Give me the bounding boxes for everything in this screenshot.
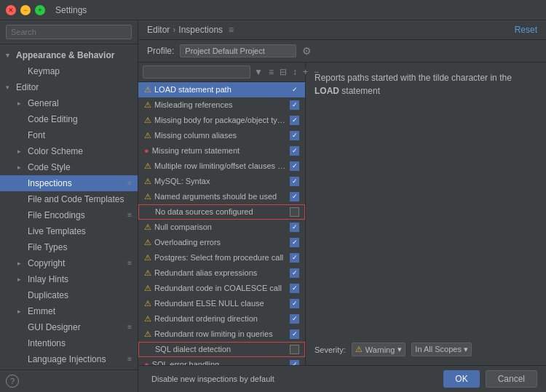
gear-icon[interactable]: ⚙ xyxy=(302,45,312,57)
warning-icon: ⚠ xyxy=(144,175,151,188)
inspection-checkbox[interactable] xyxy=(290,299,299,308)
sidebar-item-label: Duplicates xyxy=(28,289,68,302)
inspection-checkbox[interactable] xyxy=(290,85,299,95)
list-search-input[interactable] xyxy=(143,65,250,79)
sidebar-item-font[interactable]: Font xyxy=(0,127,138,143)
sidebar-item-inspections[interactable]: Inspections≡ xyxy=(0,175,138,191)
inspection-checkbox[interactable] xyxy=(290,284,299,293)
list-item[interactable]: ⚠Redundant row limiting in queries xyxy=(138,327,305,342)
sidebar-item-keymap[interactable]: Keymap xyxy=(0,63,138,79)
sort-button[interactable]: ↕ xyxy=(290,65,299,79)
scope-value: In All Scopes xyxy=(415,345,462,353)
inspection-checkbox[interactable] xyxy=(290,268,299,278)
inspection-checkbox[interactable] xyxy=(290,146,299,156)
list-item[interactable]: ⚠Redundant ELSE NULL clause xyxy=(138,296,305,311)
inspection-checkbox[interactable] xyxy=(290,314,299,324)
inspection-checkbox[interactable] xyxy=(290,192,299,201)
sidebar-item-file-types[interactable]: File Types xyxy=(0,239,138,255)
maximize-btn[interactable]: + xyxy=(35,5,45,15)
severity-value: Warning xyxy=(365,345,395,354)
inspection-checkbox[interactable] xyxy=(290,177,299,186)
sidebar-item-label: File Encodings xyxy=(28,209,85,222)
list-item[interactable]: ⚠Multiple row limiting/offset clauses in… xyxy=(138,159,305,174)
sidebar-item-emmet[interactable]: ▸Emmet xyxy=(0,303,138,319)
inspection-checkbox[interactable] xyxy=(290,360,299,365)
scope-select[interactable]: In All Scopes ▾ xyxy=(411,343,472,356)
close-btn[interactable]: ✕ xyxy=(6,5,16,15)
inspection-name: SQL dialect detection xyxy=(155,343,287,356)
profile-select[interactable]: Project Default Project xyxy=(180,44,296,57)
cancel-button[interactable]: Cancel xyxy=(486,370,537,388)
chevron-icon: ▾ xyxy=(6,49,13,62)
inspection-checkbox[interactable] xyxy=(290,131,299,140)
sidebar-item-label: Appearance & Behavior xyxy=(16,49,114,62)
ok-button[interactable]: OK xyxy=(443,370,479,388)
list-item[interactable]: ●SQL error handling xyxy=(138,357,305,365)
list-item[interactable]: ⚠Redundant code in COALESCE call xyxy=(138,281,305,296)
sidebar-item-appearance[interactable]: ▾Appearance & Behavior xyxy=(0,47,138,63)
sidebar-item-duplicates[interactable]: Duplicates xyxy=(0,287,138,303)
list-panel: ▼ ≡ ⊟ ↕ + − ⚠LOAD statement path⚠Mislead… xyxy=(138,63,306,365)
sidebar-item-gui-designer[interactable]: GUI Designer≡ xyxy=(0,319,138,335)
severity-dropdown-icon: ▾ xyxy=(397,345,402,354)
inspection-checkbox[interactable] xyxy=(290,238,299,247)
list-item[interactable]: ⚠Named arguments should be used xyxy=(138,189,305,204)
list-item[interactable]: ●Missing return statement xyxy=(138,143,305,159)
settings-dots-icon: ≡ xyxy=(127,321,132,334)
sidebar-item-code-style[interactable]: ▸Code Style xyxy=(0,159,138,175)
settings-dots-icon: ≡ xyxy=(127,257,132,270)
sidebar-item-file-encodings[interactable]: File Encodings≡ xyxy=(0,207,138,223)
inspection-checkbox[interactable] xyxy=(290,345,299,354)
list-item[interactable]: ⚠MySQL: Syntax xyxy=(138,174,305,189)
list-item[interactable]: ⚠Missing body for package/object type sp… xyxy=(138,113,305,128)
sidebar-search-input[interactable] xyxy=(6,25,132,39)
sidebar-item-label: Editor xyxy=(16,81,39,94)
filter-button[interactable]: ▼ xyxy=(252,65,265,79)
sidebar-item-live-templates[interactable]: Live Templates xyxy=(0,223,138,239)
sidebar-item-file-code-templates[interactable]: File and Code Templates xyxy=(0,191,138,207)
warning-icon: ⚠ xyxy=(144,99,151,111)
expand-all-button[interactable]: ≡ xyxy=(266,65,276,79)
inspection-checkbox[interactable] xyxy=(290,100,299,110)
list-item[interactable]: ⚠Redundant alias expressions xyxy=(138,265,305,281)
list-item[interactable]: SQL dialect detection xyxy=(138,342,305,357)
inspection-name: Missing body for package/object type spe… xyxy=(154,114,287,127)
inspection-checkbox[interactable] xyxy=(290,223,299,232)
sidebar-item-label: Color Scheme xyxy=(28,145,83,158)
inspection-checkbox[interactable] xyxy=(290,207,299,217)
inspection-name: Missing column aliases xyxy=(154,129,287,142)
warning-icon: ⚠ xyxy=(355,345,363,354)
inspection-checkbox[interactable] xyxy=(290,253,299,263)
minimize-btn[interactable]: − xyxy=(20,5,31,15)
severity-select[interactable]: ⚠ Warning ▾ xyxy=(352,343,406,356)
warning-icon: ⚠ xyxy=(144,236,151,249)
chevron-icon: ▸ xyxy=(17,305,25,318)
list-item[interactable]: ⚠Missing column aliases xyxy=(138,128,305,143)
titlebar: ✕ − + Settings xyxy=(0,0,546,20)
sidebar-item-code-editing[interactable]: Code Editing xyxy=(0,111,138,127)
list-item[interactable]: ⚠LOAD statement path xyxy=(138,82,305,97)
sidebar-item-inlay-hints[interactable]: ▸Inlay Hints xyxy=(0,271,138,287)
list-item[interactable]: ⚠Overloading errors xyxy=(138,235,305,250)
inspection-name: Misleading references xyxy=(154,99,287,111)
sidebar-item-intentions[interactable]: Intentions xyxy=(0,335,138,351)
warning-icon: ⚠ xyxy=(144,297,151,310)
reset-button[interactable]: Reset xyxy=(515,25,537,35)
sidebar-item-editor[interactable]: ▾Editor xyxy=(0,79,138,95)
list-item[interactable]: No data sources configured xyxy=(138,204,305,220)
list-item[interactable]: ⚠Redundant ordering direction xyxy=(138,311,305,327)
sidebar-item-copyright[interactable]: ▸Copyright≡ xyxy=(0,255,138,271)
collapse-all-button[interactable]: ⊟ xyxy=(277,65,289,79)
help-button[interactable]: ? xyxy=(6,375,19,388)
inspection-checkbox[interactable] xyxy=(290,161,299,171)
inspection-name: No data sources configured xyxy=(155,206,287,218)
list-item[interactable]: ⚠Postgres: Select from procedure call xyxy=(138,250,305,265)
sidebar-item-language-injections[interactable]: Language Injections≡ xyxy=(0,351,138,367)
list-item[interactable]: ⚠Misleading references xyxy=(138,97,305,113)
sidebar-item-general[interactable]: ▸General xyxy=(0,95,138,111)
list-item[interactable]: ⚠Null comparison xyxy=(138,220,305,235)
inspection-checkbox[interactable] xyxy=(290,116,299,125)
warning-icon: ⚠ xyxy=(144,160,151,172)
sidebar-item-color-scheme[interactable]: ▸Color Scheme xyxy=(0,143,138,159)
inspection-checkbox[interactable] xyxy=(290,329,299,339)
